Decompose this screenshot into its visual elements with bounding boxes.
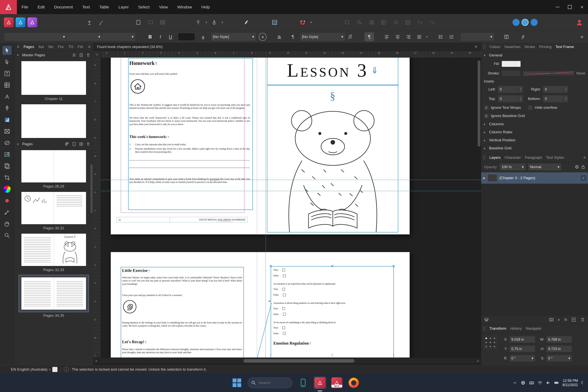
- ruler-units-corner[interactable]: in: [93, 51, 101, 58]
- quill-button[interactable]: [241, 17, 251, 28]
- character-style-select[interactable]: [No Style]▾: [211, 32, 256, 41]
- underline-button[interactable]: U: [166, 32, 175, 41]
- picture-frame-tool[interactable]: [2, 127, 12, 136]
- quiz-frame[interactable]: True· False· An emotion is an experience…: [271, 266, 394, 358]
- align-center-button[interactable]: [393, 32, 402, 41]
- inset-top-field[interactable]: 0▴▾: [498, 95, 523, 102]
- collapse-arrow-icon[interactable]: ▸: [484, 130, 487, 134]
- opacity-field[interactable]: 100 %▾: [500, 163, 526, 171]
- tab-assets[interactable]: Ast: [38, 45, 44, 49]
- stepper-down-icon[interactable]: ▾: [566, 99, 566, 101]
- eyedropper-tool[interactable]: [2, 208, 12, 217]
- stroke-swatch[interactable]: [502, 70, 521, 76]
- stepper-down-icon[interactable]: ▾: [520, 90, 521, 91]
- autoflow-button[interactable]: [354, 17, 364, 28]
- canvas-horizontal-scrollbar[interactable]: ◂ ▸: [93, 358, 481, 364]
- layers-menu-icon[interactable]: ≡: [584, 156, 586, 160]
- list-style-select[interactable]: ▾: [460, 32, 494, 41]
- artistic-text-tool[interactable]: [2, 92, 12, 101]
- mask-layer-icon[interactable]: [549, 317, 554, 322]
- thumbnail-view-icon[interactable]: [65, 142, 69, 146]
- menu-help[interactable]: Help: [196, 0, 214, 14]
- anchor-point-selector[interactable]: [484, 336, 497, 349]
- paragraph-panel-button[interactable]: ¶: [288, 32, 298, 41]
- master-pages-header[interactable]: ▾ Master Pages: [14, 51, 93, 59]
- taskbar-firefox-button[interactable]: [348, 376, 360, 389]
- tab-layers[interactable]: Layers: [490, 156, 500, 160]
- stretch-handle-icon[interactable]: ↕: [393, 352, 395, 357]
- network-globe-icon[interactable]: [520, 380, 526, 385]
- stretch-handle-icon[interactable]: ↕: [270, 352, 272, 357]
- master-thumbnail-blank[interactable]: [21, 104, 86, 138]
- adjustment-layer-icon[interactable]: ◐: [558, 317, 560, 322]
- stepper-down-icon[interactable]: ▾: [566, 90, 566, 91]
- persona-photo-button[interactable]: [28, 18, 37, 27]
- delete-master-icon[interactable]: [86, 53, 90, 57]
- selection-handle-icon[interactable]: ×: [270, 264, 272, 269]
- typography-button[interactable]: a: [259, 33, 266, 41]
- volume-icon[interactable]: [546, 380, 551, 385]
- inset-left-field[interactable]: 0▴▾: [498, 86, 523, 93]
- menu-layer[interactable]: Layer: [114, 0, 134, 14]
- font-size-select[interactable]: ▾: [102, 32, 136, 41]
- lesson-body-frame[interactable]: §: [267, 85, 398, 232]
- ignore-baseline-grid-checkbox[interactable]: ✓: [484, 114, 489, 118]
- search-input[interactable]: [258, 380, 284, 385]
- menu-file[interactable]: File: [17, 0, 33, 14]
- section-columns[interactable]: ▸Columns: [481, 120, 588, 128]
- y-field[interactable]: 0.75 in: [510, 345, 535, 352]
- snapping-magnet-icon[interactable]: [298, 17, 308, 28]
- h-field[interactable]: 9.723 in: [546, 345, 572, 352]
- ligatures-button[interactable]: fi: [518, 32, 528, 41]
- collapse-arrow-icon[interactable]: ▾: [17, 142, 20, 146]
- text-colour-swatch[interactable]: [178, 34, 194, 40]
- section-column-rules[interactable]: ▸Column Rules: [481, 128, 588, 136]
- glyph-browser-button[interactable]: a: [274, 32, 284, 41]
- italic-button[interactable]: I: [156, 32, 165, 41]
- maximize-button[interactable]: [564, 0, 576, 14]
- w-field[interactable]: 6.768 in: [546, 336, 572, 343]
- numbered-list-button[interactable]: [447, 32, 456, 41]
- vertical-ruler[interactable]: 98765432101234567: [93, 58, 101, 358]
- stepper-down-icon[interactable]: ▾: [520, 99, 521, 101]
- ellipse-frame-tool[interactable]: [2, 138, 12, 148]
- tab-history[interactable]: History: [510, 326, 522, 331]
- tab-swatches[interactable]: Swatches: [504, 45, 520, 49]
- do-not-disturb-moon-icon[interactable]: ☾: [581, 380, 585, 385]
- menu-view[interactable]: View: [154, 0, 172, 14]
- scroll-left-icon[interactable]: ◂: [93, 359, 99, 362]
- tab-text-styles[interactable]: Text Styles: [546, 156, 564, 160]
- collapse-arrow-icon[interactable]: ▸: [484, 122, 487, 126]
- input-method-icon[interactable]: [52, 367, 58, 372]
- section-vertical-position[interactable]: ▸Vertical Position: [481, 136, 588, 144]
- tab-pages[interactable]: Pages: [24, 45, 34, 49]
- taskbar-publisher-beta-button[interactable]: BETA: [331, 376, 343, 389]
- text-frame-page32[interactable]: [128, 58, 253, 210]
- delete-page-icon[interactable]: [86, 142, 90, 146]
- menu-window[interactable]: Window: [173, 0, 197, 14]
- panel-grip[interactable]: [484, 45, 485, 49]
- master-thumbnail-chapter11[interactable]: [21, 61, 86, 95]
- tab-text-frame[interactable]: Text Frame: [556, 45, 574, 49]
- add-page-icon[interactable]: [72, 142, 76, 146]
- text-direction-ltr-button[interactable]: [346, 32, 355, 41]
- margins-button[interactable]: [403, 17, 413, 28]
- document-close-icon[interactable]: ×: [475, 44, 477, 50]
- panel-menu-icon[interactable]: ≡: [17, 45, 19, 49]
- horizontal-ruler[interactable]: 01234567891011121314151617181920 in: [93, 51, 481, 58]
- spread-properties-button[interactable]: [342, 17, 352, 28]
- taskbar-clock[interactable]: 12:56 PM 8/11/2022: [562, 378, 578, 387]
- tab-fonts[interactable]: Fnc: [58, 45, 64, 49]
- language-caret-icon[interactable]: ▾: [49, 368, 50, 371]
- bullet-list-button[interactable]: [436, 32, 446, 41]
- general-section-header[interactable]: ▾ General: [481, 51, 588, 59]
- brush-button[interactable]: [96, 17, 106, 28]
- account-person-icon[interactable]: [574, 17, 584, 28]
- tab-fields[interactable]: Fld: [78, 45, 83, 49]
- fill-colour-swatch[interactable]: [2, 196, 12, 205]
- page-thumbnail-28-29[interactable]: [21, 150, 86, 183]
- pin-button[interactable]: [193, 17, 203, 28]
- document-tab-title[interactable]: Fount book chapters separated (34.6%): [97, 45, 163, 49]
- justify-button[interactable]: [414, 32, 424, 41]
- anchor-caret-icon[interactable]: ▾: [222, 20, 223, 24]
